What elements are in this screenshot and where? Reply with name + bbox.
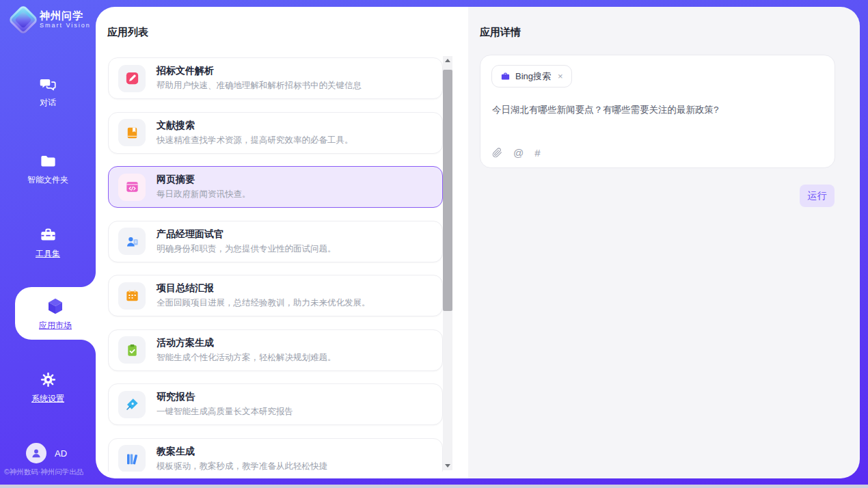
contract-edit-icon <box>118 65 146 92</box>
activity-clipboard-icon <box>118 336 146 364</box>
scroll-down-button[interactable] <box>443 461 452 470</box>
app-card-title: 教案生成 <box>157 446 327 458</box>
scroll-up-button[interactable] <box>443 56 452 65</box>
copyright-footer: ©神州数码·神州问学出品 <box>4 467 96 477</box>
sidebar-item-label: 对话 <box>40 97 56 109</box>
sidebar-item-app-market[interactable]: 应用市场 <box>15 287 96 340</box>
brand-name: 神州问学 <box>40 10 91 22</box>
app-card-title: 文献搜索 <box>157 120 353 132</box>
sidebar-item-smart-folder[interactable]: 智能文件夹 <box>0 152 96 186</box>
avatar <box>26 443 46 463</box>
settings-gear-icon <box>39 370 57 389</box>
sidebar: 神州问学 Smart Vision 对话 智能文件夹 工具集 <box>0 0 96 488</box>
sidebar-item-settings[interactable]: 系统设置 <box>0 370 96 405</box>
research-pen-icon <box>118 391 146 418</box>
sidebar-item-label: 智能文件夹 <box>27 174 68 186</box>
tool-chip-label: Bing搜索 <box>515 70 551 83</box>
brand-diamond-icon <box>8 4 38 35</box>
sidebar-item-chat[interactable]: 对话 <box>0 75 96 109</box>
app-card-title: 网页摘要 <box>157 174 251 186</box>
toolbox-icon <box>39 226 57 244</box>
literature-book-icon <box>118 119 146 146</box>
composer-toolbar: @ # <box>492 147 541 159</box>
app-card-list: 招标文件解析 帮助用户快速、准确地理解和解析招标书中的关键信息 文献搜索 快速精… <box>108 57 443 472</box>
app-card-description: 每日政府新闻资讯快查。 <box>157 189 251 200</box>
sidebar-item-label: 系统设置 <box>31 393 64 405</box>
scrollbar[interactable] <box>443 56 452 470</box>
app-card[interactable]: 文献搜索 快速精准查找学术资源，提高研究效率的必备工具。 <box>108 112 443 154</box>
scroll-up-icon <box>445 59 450 62</box>
scroll-down-icon <box>445 464 450 467</box>
app-card[interactable]: 活动方案生成 智能生成个性化活动方案，轻松解决规划难题。 <box>108 329 443 371</box>
app-card[interactable]: 教案生成 模板驱动，教案秒成，教学准备从此轻松快捷 <box>108 438 443 472</box>
tool-chip-bing-search[interactable]: Bing搜索 × <box>491 65 572 87</box>
sidebar-item-toolbox[interactable]: 工具集 <box>0 226 96 260</box>
briefcase-icon <box>500 71 511 81</box>
app-card-title: 产品经理面试官 <box>157 228 336 241</box>
smart-folder-icon <box>39 152 57 170</box>
app-card[interactable]: 项目总结汇报 全面回顾项目进展，总结经验教训，助力未来优化发展。 <box>108 275 443 316</box>
app-card-title: 研究报告 <box>157 391 293 403</box>
brand-subtitle: Smart Vision <box>40 23 91 29</box>
app-card[interactable]: 产品经理面试官 明确身份和职责，为您提供专业性的面试问题。 <box>108 221 443 262</box>
run-button[interactable]: 运行 <box>800 185 835 207</box>
app-card[interactable]: 研究报告 一键智能生成高质量长文本研究报告 <box>108 383 443 425</box>
app-card-description: 明确身份和职责，为您提供专业性的面试问题。 <box>157 243 336 255</box>
app-detail-panel: 应用详情 Bing搜索 × 今日湖北有哪些新闻要点？有哪些需要关注的最新政策? … <box>468 7 860 478</box>
web-summary-icon <box>118 174 146 201</box>
app-card-title: 活动方案生成 <box>157 337 336 349</box>
prompt-input-card[interactable]: Bing搜索 × 今日湖北有哪些新闻要点？有哪些需要关注的最新政策? @ # <box>480 55 835 168</box>
app-card-title: 项目总结汇报 <box>157 282 370 295</box>
app-card[interactable]: 网页摘要 每日政府新闻资讯快查。 <box>108 166 443 208</box>
chat-icon <box>39 75 57 93</box>
app-list-title: 应用列表 <box>107 26 148 39</box>
app-list-panel: 应用列表 招标文件解析 帮助用户快速、准确地理解和解析招标书中的关键信息 文献搜… <box>96 7 468 478</box>
brand-logo: 神州问学 Smart Vision <box>12 9 91 31</box>
user-account[interactable]: AD <box>26 443 67 463</box>
main-content: 应用列表 招标文件解析 帮助用户快速、准确地理解和解析招标书中的关键信息 文献搜… <box>96 7 860 478</box>
query-text[interactable]: 今日湖北有哪些新闻要点？有哪些需要关注的最新政策? <box>492 104 820 116</box>
sidebar-item-label: 工具集 <box>36 248 60 260</box>
app-detail-title: 应用详情 <box>480 26 521 39</box>
interviewer-icon <box>118 228 146 255</box>
app-card-description: 快速精准查找学术资源，提高研究效率的必备工具。 <box>157 135 353 146</box>
lesson-books-icon <box>118 445 146 472</box>
chip-close-icon[interactable]: × <box>558 71 563 81</box>
window-bottom-edge <box>0 485 868 488</box>
app-card[interactable]: 招标文件解析 帮助用户快速、准确地理解和解析招标书中的关键信息 <box>108 57 443 99</box>
mention-at-icon[interactable]: @ <box>513 147 524 159</box>
app-card-description: 智能生成个性化活动方案，轻松解决规划难题。 <box>157 352 336 364</box>
hashtag-icon[interactable]: # <box>534 147 540 159</box>
person-icon <box>29 446 43 460</box>
app-card-description: 一键智能生成高质量长文本研究报告 <box>157 406 293 418</box>
attachment-paperclip-icon[interactable] <box>492 148 502 158</box>
app-card-title: 招标文件解析 <box>157 65 362 77</box>
project-calendar-icon <box>118 282 146 310</box>
scrollbar-thumb[interactable] <box>443 70 452 311</box>
app-card-description: 模板驱动，教案秒成，教学准备从此轻松快捷 <box>157 461 327 472</box>
app-market-cube-icon <box>45 296 66 316</box>
user-initials: AD <box>55 448 67 459</box>
sidebar-item-label: 应用市场 <box>39 320 72 331</box>
app-card-description: 全面回顾项目进展，总结经验教训，助力未来优化发展。 <box>157 297 370 309</box>
app-card-description: 帮助用户快速、准确地理解和解析招标书中的关键信息 <box>157 80 362 92</box>
